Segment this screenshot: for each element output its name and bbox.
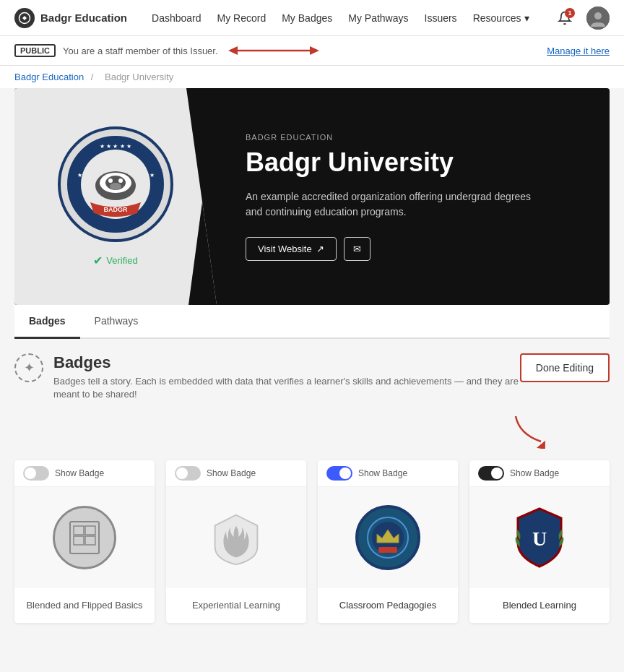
breadcrumb-separator: / xyxy=(91,72,96,82)
svg-text:U: U xyxy=(532,527,547,550)
badge-bl-name: Blended Learning xyxy=(469,588,610,623)
breadcrumb-current: Badgr University xyxy=(105,72,173,82)
star-icon: ✦ xyxy=(24,360,35,376)
badge-card-bl-header: Show Badge xyxy=(469,460,610,487)
badge-bfb-svg xyxy=(63,516,106,559)
badge-toggle-bl-label: Show Badge xyxy=(510,468,559,478)
hero-description: An example accredited organization offer… xyxy=(246,189,534,220)
badge-el-icon xyxy=(204,506,268,569)
badge-card-bfb-header: Show Badge xyxy=(14,460,155,487)
nav-issuers[interactable]: Issuers xyxy=(425,12,457,24)
hero-content: BADGR EDUCATION Badgr University An exam… xyxy=(217,88,610,305)
checkmark-icon: ✔ xyxy=(93,254,103,267)
badge-cards: Show Badge Blended and Flipped Basics xyxy=(14,460,610,623)
verified-label: Verified xyxy=(106,255,137,266)
svg-rect-21 xyxy=(74,526,84,535)
tab-badges[interactable]: Badges xyxy=(14,305,80,339)
badge-bl-svg: U xyxy=(507,505,572,570)
badge-toggle-bl[interactable] xyxy=(478,466,504,481)
badge-card-el-header: Show Badge xyxy=(166,460,306,487)
email-button[interactable]: ✉ xyxy=(344,237,370,261)
issuer-logo: BADGR ★ ★ ★ ★ ★ ★ ★ xyxy=(58,126,173,242)
nav-links: Dashboard My Record My Badges My Pathway… xyxy=(152,12,536,24)
badge-card-bl-image: U xyxy=(469,487,610,588)
badge-card-bl: Show Badge U xyxy=(469,460,610,623)
arrow-left-icon xyxy=(227,43,321,58)
avatar[interactable] xyxy=(586,7,610,30)
badge-bl-icon: U xyxy=(507,505,572,570)
badge-card-cp-image xyxy=(318,487,458,588)
tab-pathways[interactable]: Pathways xyxy=(80,305,153,339)
svg-marker-4 xyxy=(310,46,319,55)
badge-el-name: Experiential Learning xyxy=(166,588,306,623)
done-editing-arrow-icon xyxy=(508,413,552,449)
badge-bfb-icon xyxy=(53,506,116,569)
brand-icon xyxy=(14,8,35,28)
badges-icon: ✦ xyxy=(14,353,43,382)
external-link-icon: ↗ xyxy=(316,244,324,254)
badge-cp-name: Classroom Pedagogies xyxy=(318,588,458,623)
verified-tag: ✔ Verified xyxy=(93,254,137,267)
svg-marker-5 xyxy=(228,46,238,55)
svg-rect-28 xyxy=(378,547,397,553)
badge-card-bfb: Show Badge Blended and Flipped Basics xyxy=(14,460,155,623)
badge-card-el: Show Badge Experiential Learning xyxy=(166,460,306,623)
nav-my-record[interactable]: My Record xyxy=(217,12,266,24)
svg-text:★: ★ xyxy=(77,172,82,178)
svg-text:★ ★ ★ ★ ★: ★ ★ ★ ★ ★ xyxy=(100,143,131,150)
badge-cp-svg xyxy=(363,512,413,563)
badge-toggle-cp[interactable] xyxy=(326,466,352,481)
badge-toggle-el[interactable] xyxy=(175,466,201,481)
badge-toggle-bfb-label: Show Badge xyxy=(55,468,104,478)
badge-bfb-name: Blended and Flipped Basics xyxy=(14,588,155,623)
hero-section: BADGR ★ ★ ★ ★ ★ ★ ★ ✔ Verified BADGR EDU… xyxy=(14,88,610,305)
breadcrumb: Badgr Education / Badgr University xyxy=(0,66,624,88)
hero-buttons: Visit Website ↗ ✉ xyxy=(246,237,581,261)
staff-message: You are a staff member of this Issuer. xyxy=(63,43,540,58)
hero-title: Badgr University xyxy=(246,147,581,178)
badges-header: ✦ Badges Badges tell a story. Each is em… xyxy=(14,353,610,401)
brand-link[interactable]: Badgr Education xyxy=(14,8,127,28)
manage-link[interactable]: Manage it here xyxy=(547,46,610,56)
navbar: Badgr Education Dashboard My Record My B… xyxy=(0,0,624,36)
nav-my-badges[interactable]: My Badges xyxy=(282,12,332,24)
svg-rect-22 xyxy=(85,526,95,535)
badge-cp-icon xyxy=(355,505,420,570)
staff-banner: PUBLIC You are a staff member of this Is… xyxy=(0,36,624,66)
badge-el-svg xyxy=(204,511,268,565)
breadcrumb-parent[interactable]: Badgr Education xyxy=(14,72,84,82)
svg-text:★: ★ xyxy=(150,172,155,178)
notification-button[interactable]: 1 xyxy=(553,7,576,30)
svg-point-13 xyxy=(118,178,123,183)
badge-card-el-image xyxy=(166,487,306,588)
badge-card-cp: Show Badge Classroom Pedagogi xyxy=(318,460,458,623)
hero-logo-area: BADGR ★ ★ ★ ★ ★ ★ ★ ✔ Verified xyxy=(14,88,217,305)
badges-title: Badges xyxy=(53,353,520,372)
svg-rect-24 xyxy=(85,536,95,545)
brand-name: Badgr Education xyxy=(40,12,127,24)
svg-point-2 xyxy=(594,12,602,20)
nav-dashboard[interactable]: Dashboard xyxy=(152,12,202,24)
badges-title-area: Badges Badges tell a story. Each is embe… xyxy=(53,353,520,401)
hero-label: BADGR EDUCATION xyxy=(246,133,581,142)
nav-right: 1 xyxy=(553,7,610,30)
issuer-logo-svg: BADGR ★ ★ ★ ★ ★ ★ ★ xyxy=(65,134,166,235)
done-editing-button[interactable]: Done Editing xyxy=(520,353,610,382)
badge-toggle-el-label: Show Badge xyxy=(207,468,256,478)
svg-point-14 xyxy=(110,183,121,190)
badge-toggle-bfb[interactable] xyxy=(23,466,49,481)
badge-card-cp-header: Show Badge xyxy=(318,460,458,487)
visit-website-button[interactable]: Visit Website ↗ xyxy=(246,237,337,261)
svg-rect-23 xyxy=(74,536,84,545)
svg-text:BADGR: BADGR xyxy=(104,206,128,213)
notification-badge: 1 xyxy=(565,8,575,18)
svg-point-12 xyxy=(108,178,113,183)
chevron-down-icon: ▾ xyxy=(524,12,529,24)
public-badge: PUBLIC xyxy=(14,44,56,57)
email-icon: ✉ xyxy=(353,244,361,254)
badge-toggle-cp-label: Show Badge xyxy=(358,468,407,478)
badges-description: Badges tell a story. Each is embedded wi… xyxy=(53,375,520,401)
nav-my-pathways[interactable]: My Pathways xyxy=(348,12,408,24)
nav-resources[interactable]: Resources ▾ xyxy=(473,12,529,24)
badges-section: ✦ Badges Badges tell a story. Each is em… xyxy=(14,353,610,623)
